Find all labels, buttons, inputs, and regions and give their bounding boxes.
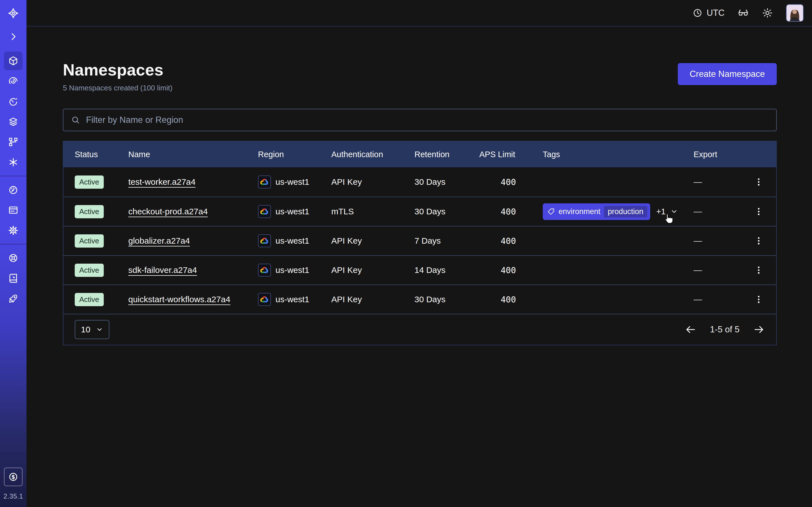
sidebar: $ 2.35.1 [0,0,27,507]
page-title: Namespaces [63,60,172,79]
region-label: us-west1 [275,265,309,275]
tag-key: environment [559,207,601,216]
column-header-status: Status [75,150,128,159]
sidebar-item-schedules[interactable] [0,91,27,112]
filter-input[interactable] [86,115,769,125]
column-header-export: Export [694,150,751,159]
status-badge: Active [75,234,104,247]
next-page-button[interactable] [753,324,765,335]
region-label: us-west1 [275,295,309,304]
schema-icon [8,136,18,147]
sidebar-item-nexus[interactable] [0,152,27,172]
gcp-icon [258,205,271,218]
sidebar-item-namespaces[interactable] [0,51,27,71]
page-subtitle: 5 Namespaces created (100 limit) [63,83,172,93]
aps-limit: 400 [479,295,543,304]
row-menu-button[interactable] [751,204,766,219]
aps-limit: 400 [479,236,543,246]
sidebar-item-billing[interactable] [0,200,27,220]
row-menu-button[interactable] [751,292,766,307]
svg-text:$: $ [11,474,15,480]
chevron-down-icon [96,326,103,333]
namespace-link[interactable]: sdk-failover.a27a4 [128,265,197,275]
filter-bar[interactable] [63,109,777,131]
tag-chip[interactable]: environment production [543,203,650,220]
row-menu-button[interactable] [751,263,766,277]
sidebar-expand-button[interactable] [0,26,27,47]
sidebar-item-stack[interactable] [0,112,27,132]
arrow-left-icon [684,324,696,335]
auth-method: API Key [331,295,414,304]
table-row: Active sdk-failover.a27a4 us-west1 API K… [63,255,776,284]
retention: 30 Days [414,177,479,187]
docs-book-icon [8,273,18,284]
dollar-badge-icon: $ [8,471,19,483]
billing-card-icon [8,205,18,216]
row-menu-button[interactable] [751,233,766,248]
search-icon [71,115,80,125]
gcp-icon [258,264,271,277]
export-value: — [694,177,751,187]
timezone-selector[interactable]: UTC [693,8,725,18]
app-version: 2.35.1 [3,492,23,500]
retention: 30 Days [414,295,479,304]
export-value: — [694,207,751,216]
create-namespace-button[interactable]: Create Namespace [678,63,777,85]
table-header-row: Status Name Region Authentication Retent… [63,142,776,167]
retention: 30 Days [414,207,479,216]
sidebar-item-getting-started[interactable] [0,288,27,309]
sun-icon [762,7,773,18]
namespace-link[interactable]: test-worker.a27a4 [128,177,195,186]
credits-button[interactable]: $ [4,467,22,486]
retention: 14 Days [414,265,479,275]
asterisk-icon [8,157,18,168]
sidebar-item-docs[interactable] [0,268,27,288]
previous-page-button[interactable] [684,324,696,335]
gauge-icon [8,184,18,195]
auth-method: API Key [331,236,414,245]
auth-method: API Key [331,177,414,187]
status-badge: Active [75,175,104,189]
namespace-link[interactable]: globalizer.a27a4 [128,236,190,245]
region-label: us-west1 [275,207,309,216]
column-header-aps: APS Limit [479,150,543,159]
layers-icon [8,116,18,127]
table-row: Active globalizer.a27a4 us-west1 API Key… [63,226,776,255]
page-size-select[interactable]: 10 [75,320,109,339]
support-wheel-icon [8,252,18,263]
sidebar-item-deployments[interactable] [0,132,27,152]
status-badge: Active [75,264,104,277]
retention: 7 Days [414,236,479,245]
gcp-icon [258,293,271,306]
table-footer: 10 1-5 of 5 [63,314,776,345]
namespaces-table: Status Name Region Authentication Retent… [63,141,777,345]
status-badge: Active [75,205,104,218]
user-avatar[interactable] [786,4,804,22]
sidebar-item-workflows[interactable] [0,71,27,91]
column-header-retention: Retention [414,150,479,159]
namespace-link[interactable]: quickstart-workflows.a27a4 [128,295,231,304]
temporal-logo[interactable] [0,0,27,26]
clock-icon [693,8,703,18]
mouse-cursor-hand [662,212,675,225]
labs-glasses-button[interactable] [738,7,749,18]
sidebar-item-settings[interactable] [0,220,27,240]
aps-limit: 400 [479,177,543,187]
glasses-icon [738,7,749,18]
aps-limit: 400 [479,207,543,217]
sidebar-item-support[interactable] [0,248,27,268]
gcp-icon [258,175,271,188]
tag-value: production [604,206,647,217]
region-label: us-west1 [275,236,309,245]
column-header-auth: Authentication [331,150,414,159]
theme-toggle-button[interactable] [762,7,773,18]
row-menu-button[interactable] [751,175,766,189]
sidebar-divider [0,244,27,244]
column-header-tags: Tags [543,150,694,159]
timer-icon [8,96,18,107]
namespace-link[interactable]: checkout-prod.a27a4 [128,207,208,216]
table-body: Active test-worker.a27a4 us-west1 API Ke… [63,167,776,314]
export-value: — [694,236,751,245]
region-label: us-west1 [275,177,309,187]
sidebar-item-usage[interactable] [0,180,27,200]
